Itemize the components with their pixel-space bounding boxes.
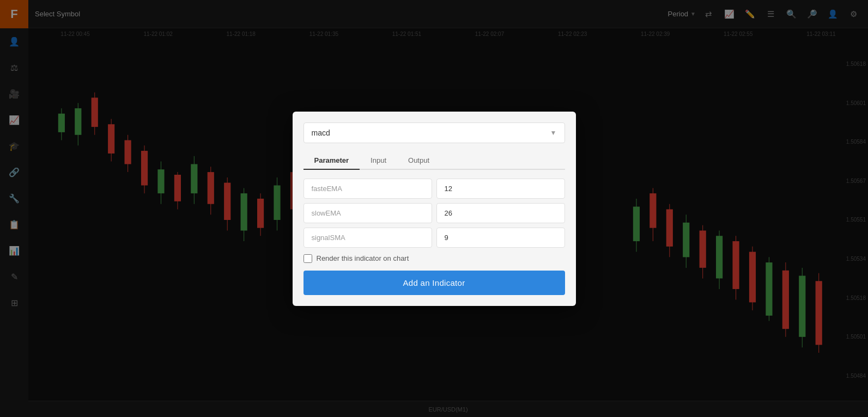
param-label-slowema: slowEMA: [304, 203, 432, 223]
indicator-modal: macd ▼ Parameter Input Output fasteEMA s…: [293, 112, 576, 306]
render-checkbox[interactable]: [304, 254, 312, 263]
tab-output[interactable]: Output: [397, 152, 440, 170]
add-indicator-button[interactable]: Add an Indicator: [304, 271, 565, 295]
param-value-fastema[interactable]: [436, 179, 565, 199]
param-value-signalsma[interactable]: [436, 228, 565, 248]
render-checkbox-row: Render this indicator on chart: [304, 254, 565, 263]
param-row-signalsma: signalSMA: [304, 228, 565, 248]
param-row-slowema: slowEMA: [304, 203, 565, 223]
modal-tabs: Parameter Input Output: [304, 152, 565, 170]
tab-input[interactable]: Input: [360, 152, 397, 170]
render-checkbox-label[interactable]: Render this indicator on chart: [317, 254, 409, 262]
parameters-container: fasteEMA slowEMA signalSMA: [304, 179, 565, 248]
indicator-dropdown-value: macd: [312, 128, 330, 137]
param-label-signalsma: signalSMA: [304, 228, 432, 248]
indicator-dropdown[interactable]: macd ▼: [304, 122, 565, 143]
modal-overlay: macd ▼ Parameter Input Output fasteEMA s…: [0, 0, 868, 417]
dropdown-arrow-icon: ▼: [550, 129, 557, 137]
tab-parameter[interactable]: Parameter: [304, 152, 360, 170]
param-row-fastema: fasteEMA: [304, 179, 565, 199]
param-value-slowema[interactable]: [436, 203, 565, 223]
param-label-fastema: fasteEMA: [304, 179, 432, 199]
